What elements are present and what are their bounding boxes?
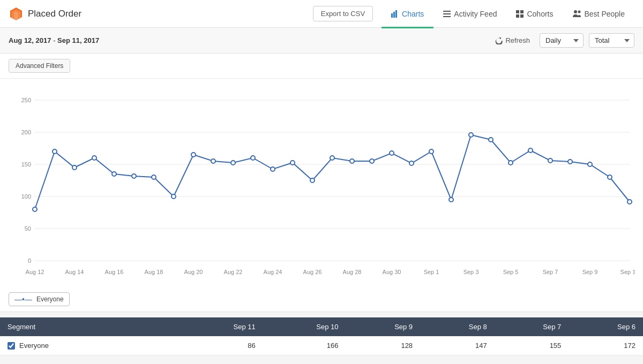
col-segment: Segment [0,317,180,336]
logo-area: Placed Order [9,6,81,21]
tab-cohorts[interactable]: Cohorts [506,1,563,28]
data-point [33,207,37,211]
svg-text:Aug 16: Aug 16 [105,269,124,275]
data-point [132,174,136,178]
metric-select[interactable]: Total Unique Average [589,33,634,48]
data-point [449,198,453,202]
table-row: Everyone 86 166 128 147 155 172 [0,336,643,355]
data-point [429,149,433,154]
svg-text:150: 150 [21,161,31,168]
svg-text:Sep 11: Sep 11 [620,269,634,275]
date-toolbar: Aug 12, 2017 - Sep 11, 2017 Refresh Dail… [0,28,643,54]
advanced-filters-button[interactable]: Advanced Filters [9,59,70,73]
chart-svg: 250 200 150 100 50 0 Aug 12 Aug 14 Aug 1… [9,84,634,282]
data-point [72,165,77,170]
legend-line-icon: —•— [14,295,32,304]
svg-rect-3 [443,11,451,12]
chart-legend: —•— Everyone [0,289,643,312]
svg-rect-9 [520,14,524,18]
data-point [171,194,176,199]
page-title: Placed Order [28,9,81,19]
filter-area: Advanced Filters [0,54,643,79]
col-sep10: Sep 10 [263,317,346,336]
magento-logo-icon [9,6,24,21]
data-point [330,156,334,160]
data-point [627,200,632,204]
data-point [290,161,295,165]
col-sep7: Sep 7 [495,317,569,336]
data-point [370,159,374,163]
svg-text:Sep 1: Sep 1 [424,269,439,275]
tab-charts[interactable]: Charts [382,1,433,28]
data-point [528,148,533,153]
app-header: Placed Order Export to CSV Charts Activi… [0,0,643,28]
col-sep11: Sep 11 [180,317,263,336]
data-point [53,149,57,154]
data-point [112,172,116,176]
data-point [568,160,572,164]
svg-text:Sep 5: Sep 5 [503,269,519,275]
data-point [191,153,196,157]
svg-rect-7 [520,10,524,13]
svg-text:0: 0 [28,257,31,264]
col-sep6: Sep 6 [569,317,643,336]
tab-best-people[interactable]: Best People [563,1,635,28]
svg-text:Aug 18: Aug 18 [145,269,163,275]
svg-point-11 [578,10,580,13]
svg-rect-6 [516,10,519,13]
data-point [489,138,493,142]
granularity-select[interactable]: Daily Weekly Monthly [540,33,584,48]
cell-sep7: 155 [495,336,569,355]
svg-text:200: 200 [21,129,31,135]
data-point [509,161,513,165]
data-point [310,178,315,183]
svg-text:Aug 22: Aug 22 [224,269,243,275]
data-point [251,156,255,160]
export-csv-button[interactable]: Export to CSV [313,6,373,21]
table-header-row: Segment Sep 11 Sep 10 Sep 9 Sep 8 Sep 7 … [0,317,643,336]
list-icon [443,10,451,18]
data-point [211,159,215,163]
date-range: Aug 12, 2017 - Sep 11, 2017 [9,36,99,44]
col-sep9: Sep 9 [346,317,421,336]
chart-container: 250 200 150 100 50 0 Aug 12 Aug 14 Aug 1… [0,79,643,289]
svg-text:Sep 3: Sep 3 [463,269,479,275]
svg-rect-5 [443,16,451,17]
bar-chart-icon [391,10,399,18]
svg-text:Aug 30: Aug 30 [383,269,401,275]
data-point [152,175,156,179]
svg-rect-2 [395,10,397,18]
data-point [92,156,96,160]
data-point [271,167,275,171]
data-point [588,162,592,166]
toolbar-controls: Refresh Daily Weekly Monthly Total Uniqu… [491,33,634,48]
main-nav: Charts Activity Feed Cohorts Best People [382,0,634,27]
svg-text:Aug 20: Aug 20 [184,269,203,275]
line-chart: 250 200 150 100 50 0 Aug 12 Aug 14 Aug 1… [9,84,634,284]
tab-activity-feed[interactable]: Activity Feed [433,1,506,28]
legend-item-everyone[interactable]: —•— Everyone [9,292,70,306]
svg-text:Aug 26: Aug 26 [303,269,322,275]
svg-text:50: 50 [25,225,31,232]
svg-rect-0 [391,13,393,18]
people-icon [573,10,581,18]
data-point [608,175,612,179]
svg-text:100: 100 [21,193,31,200]
cell-sep6: 172 [569,336,643,355]
cell-sep11: 86 [180,336,263,355]
cell-sep8: 147 [420,336,495,355]
svg-text:Sep 9: Sep 9 [582,269,598,275]
data-point [231,161,235,165]
cell-sep9: 128 [346,336,421,355]
svg-rect-4 [443,13,451,14]
grid-icon [516,10,524,18]
data-point [409,161,414,165]
segment-checkbox-everyone[interactable] [8,342,15,350]
svg-text:250: 250 [21,97,31,103]
data-table: Segment Sep 11 Sep 10 Sep 9 Sep 8 Sep 7 … [0,317,643,355]
chart-line-everyone [35,135,630,209]
refresh-button[interactable]: Refresh [491,34,534,47]
cell-sep10: 166 [263,336,346,355]
svg-point-10 [574,10,577,13]
svg-rect-1 [393,12,395,18]
